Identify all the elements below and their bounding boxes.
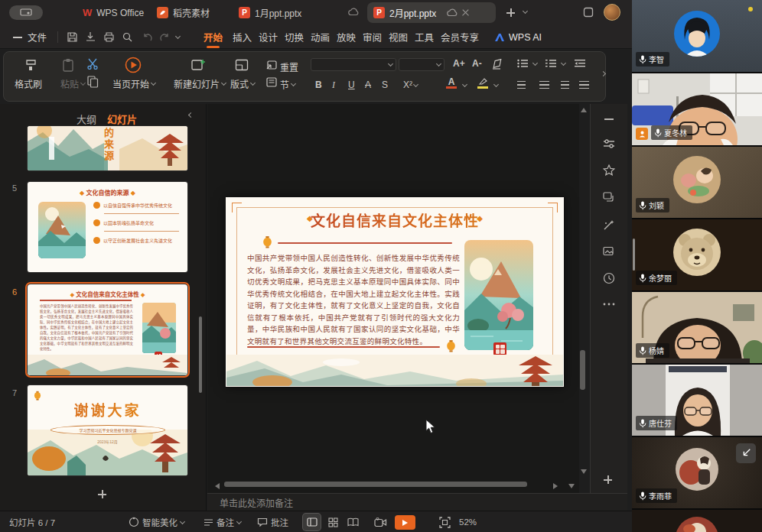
play-from-current-button[interactable]: 当页开始 <box>112 77 155 90</box>
align-right-icon[interactable] <box>561 81 569 89</box>
cut-icon[interactable] <box>86 58 99 70</box>
export-pdf-icon[interactable] <box>85 31 96 43</box>
print-icon[interactable] <box>103 31 115 43</box>
participant-tile[interactable]: 夏冬林 <box>632 73 762 145</box>
align-left-icon[interactable] <box>517 81 526 89</box>
slide-body-text[interactable]: 中国共产党带领中国人民创造性转化、创新性发展中华优秀传统文化，弘扬革命文化，发展… <box>247 252 460 347</box>
font-size-select[interactable] <box>399 58 444 71</box>
menu-tools[interactable]: 工具 <box>415 25 434 49</box>
comments-button[interactable]: 批注 <box>257 511 288 532</box>
align-justify-icon[interactable] <box>579 81 589 89</box>
participant-tile[interactable]: 李雨菲 <box>632 437 762 508</box>
history-clock-icon[interactable] <box>601 271 617 286</box>
slide-thumbnail-7[interactable]: 谢谢大家 学习贯彻习近平文化思想专题党课 2023年12月 <box>28 385 187 475</box>
reading-view-button[interactable] <box>344 514 362 530</box>
collapse-toolbar-button[interactable] <box>601 112 617 127</box>
participant-tile[interactable]: 余梦丽 <box>632 219 762 290</box>
slide-thumbnail-4[interactable]: 的来源 <box>28 126 187 170</box>
menu-slideshow[interactable]: 放映 <box>337 25 356 49</box>
tab-slides[interactable]: 幻灯片 <box>107 112 137 126</box>
duplicate-slide-icon[interactable] <box>601 190 617 205</box>
notes-toggle-button[interactable]: 备注 <box>204 511 241 532</box>
magic-wand-icon[interactable] <box>601 217 617 232</box>
increase-font-button[interactable]: A+ <box>453 58 465 69</box>
menu-review[interactable]: 审阅 <box>363 25 382 49</box>
slide-sorter-view-button[interactable] <box>324 514 342 530</box>
find-icon[interactable] <box>122 31 133 43</box>
favorites-star-icon[interactable] <box>601 162 617 177</box>
tab-outline[interactable]: 大纲 <box>77 112 96 126</box>
font-family-select[interactable] <box>311 58 396 71</box>
sidebar-scrollbar[interactable] <box>633 238 635 271</box>
participant-tile[interactable]: 唐仕芬 <box>632 365 762 436</box>
clear-format-icon[interactable] <box>491 59 504 70</box>
tab-ppt-2-active[interactable]: P 2月ppt.pptx <box>367 2 496 23</box>
strikethrough-button[interactable]: A <box>365 79 371 90</box>
participant-tile[interactable]: 李智 <box>632 0 762 72</box>
editor-vertical-scrollbar[interactable] <box>580 350 585 390</box>
slide-editor-canvas[interactable]: ◆ 文化自信来自文化主体性 ◆ 中国共产党带领中国人民创造性转化、创新性发展中华… <box>207 104 579 493</box>
layout-button[interactable]: 版式 <box>230 77 255 90</box>
slide-canvas[interactable]: ◆ 文化自信来自文化主体性 ◆ 中国共产党带领中国人民创造性转化、创新性发展中华… <box>226 197 564 387</box>
popout-window-button[interactable] <box>736 443 756 463</box>
smart-beautify-button[interactable]: 智能美化 <box>129 511 184 532</box>
file-menu[interactable]: 文件 <box>28 25 47 49</box>
menu-design[interactable]: 设计 <box>259 25 278 49</box>
slideshow-play-button[interactable] <box>395 515 415 530</box>
scroll-left-arrow[interactable] <box>215 483 220 489</box>
thumbnail-scrollbar[interactable] <box>199 316 202 393</box>
next-slide-arrow[interactable] <box>568 484 575 488</box>
notes-placeholder[interactable]: 单击此处添加备注 <box>220 496 293 509</box>
font-color-button[interactable]: A <box>446 78 457 89</box>
scroll-down-arrow[interactable] <box>581 469 587 474</box>
decrease-font-button[interactable]: A- <box>472 58 482 69</box>
window-restore-icon[interactable] <box>583 7 594 18</box>
undo-history-chevron-icon[interactable] <box>175 34 181 39</box>
paste-button[interactable]: 粘贴 <box>60 77 85 90</box>
layout-icon[interactable] <box>235 59 249 71</box>
save-icon[interactable] <box>67 31 78 43</box>
menu-transition[interactable]: 切换 <box>285 25 304 49</box>
highlight-color-icon[interactable] <box>477 78 490 86</box>
italic-button[interactable]: I <box>332 79 335 91</box>
menu-view[interactable]: 视图 <box>389 25 408 49</box>
format-painter-icon[interactable] <box>24 58 39 73</box>
bold-button[interactable]: B <box>315 79 322 90</box>
participant-tile[interactable]: 刘颖 <box>632 147 762 218</box>
slide-thumbnail-6-selected[interactable]: ◆ 文化自信来自文化主体性 ◆ 中国共产党带领中国人民创造性转化、创新性发展中华… <box>28 284 187 375</box>
redo-icon[interactable] <box>159 32 170 42</box>
play-from-current-icon[interactable] <box>125 57 142 73</box>
tab-wps-office[interactable]: W WPS Office <box>83 0 144 25</box>
section-button[interactable]: 节 <box>280 78 295 91</box>
new-slide-button[interactable]: 新建幻灯片 <box>174 77 226 90</box>
image-tools-icon[interactable] <box>601 244 617 259</box>
undo-icon[interactable] <box>142 32 153 42</box>
superscript-button[interactable]: X² <box>403 79 418 90</box>
normal-view-button[interactable] <box>303 514 321 530</box>
menu-membership[interactable]: 会员专享 <box>441 25 479 49</box>
close-tab-icon[interactable] <box>462 9 469 16</box>
settings-sliders-icon[interactable] <box>601 136 617 151</box>
menu-insert[interactable]: 插入 <box>233 25 252 49</box>
menu-animation[interactable]: 动画 <box>311 25 330 49</box>
user-avatar[interactable] <box>604 4 620 21</box>
participant-tile-partial[interactable] <box>632 510 762 532</box>
scroll-right-arrow[interactable] <box>553 483 558 489</box>
menu-home[interactable]: 开始 <box>204 25 223 49</box>
tab-docer[interactable]: 稻壳素材 <box>157 0 210 25</box>
decrease-indent-icon[interactable] <box>575 59 586 68</box>
fit-to-window-button[interactable] <box>439 511 451 532</box>
bullet-list-icon[interactable] <box>517 59 529 68</box>
reset-icon[interactable] <box>265 59 278 70</box>
collapse-panel-icon[interactable] <box>188 112 194 118</box>
notes-bar[interactable]: 单击此处添加备注 <box>207 493 627 511</box>
zoom-level[interactable]: 52% <box>459 511 477 532</box>
slide-thumbnail-5[interactable]: ◆ 文化自信的来源 ◆ 以自信自强传承中华优秀 <box>28 182 187 272</box>
text-shadow-button[interactable]: S <box>382 79 388 90</box>
more-options-icon[interactable] <box>601 297 617 312</box>
menu-wps-ai[interactable]: WPS AI <box>494 25 542 49</box>
section-icon[interactable] <box>265 76 278 88</box>
paste-icon[interactable] <box>61 58 75 73</box>
reset-button[interactable]: 重置 <box>280 60 298 73</box>
tab-ppt-1[interactable]: P 1月ppt.pptx <box>239 0 301 25</box>
